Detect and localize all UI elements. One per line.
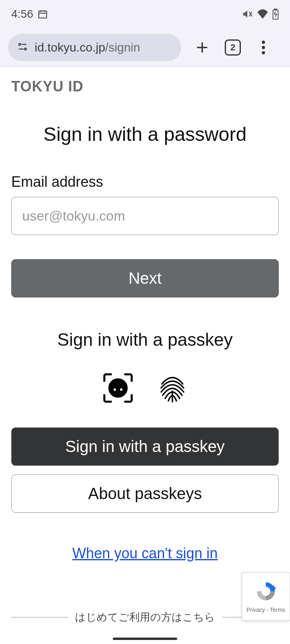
- signin-password-heading: Sign in with a password: [11, 123, 279, 145]
- status-right: [242, 8, 279, 20]
- recaptcha-links[interactable]: Privacy - Terms: [246, 607, 285, 613]
- recaptcha-badge[interactable]: Privacy - Terms: [242, 572, 290, 621]
- site-settings-icon[interactable]: [17, 41, 28, 54]
- svg-point-19: [120, 388, 122, 391]
- clock: 4:56: [11, 8, 33, 21]
- passkey-icons: [11, 372, 279, 404]
- battery-charging-icon: [272, 8, 279, 20]
- page-content: TOKYU ID Sign in with a password Email a…: [0, 66, 290, 644]
- svg-point-16: [262, 51, 265, 54]
- wifi-icon: [257, 9, 268, 19]
- svg-point-18: [114, 388, 116, 391]
- svg-rect-7: [274, 9, 276, 10]
- gesture-handle[interactable]: [113, 638, 177, 640]
- tab-count: 2: [225, 39, 241, 56]
- address-bar[interactable]: id.tokyu.co.jp/signin: [8, 34, 181, 61]
- about-passkeys-button[interactable]: About passkeys: [11, 475, 279, 513]
- status-bar: 4:56: [0, 0, 290, 28]
- svg-point-10: [25, 48, 27, 50]
- brand-logo: TOKYU ID: [0, 67, 290, 95]
- svg-point-8: [19, 43, 21, 45]
- email-label: Email address: [11, 173, 279, 190]
- signin-passkey-heading: Sign in with a passkey: [11, 330, 279, 350]
- overflow-menu-button[interactable]: [254, 38, 273, 57]
- signin-passkey-button[interactable]: Sign in with a passkey: [11, 427, 279, 466]
- browser-toolbar: id.tokyu.co.jp/signin 2: [0, 28, 290, 66]
- svg-rect-0: [39, 11, 47, 18]
- new-tab-button[interactable]: [193, 38, 212, 57]
- url-host: id.tokyu.co.jp: [35, 41, 105, 54]
- svg-point-15: [262, 46, 265, 49]
- cant-signin-link[interactable]: When you can't sign in: [11, 545, 279, 562]
- next-button[interactable]: Next: [11, 259, 279, 297]
- mute-icon: [242, 8, 253, 20]
- tabs-button[interactable]: 2: [223, 38, 242, 57]
- recaptcha-icon: [255, 580, 277, 604]
- first-time-divider: はじめてご利用の方はこちら: [11, 610, 279, 624]
- divider-line: [11, 617, 68, 617]
- svg-point-14: [262, 41, 265, 44]
- email-field[interactable]: [11, 197, 279, 235]
- face-id-icon: [102, 372, 134, 404]
- url-text: id.tokyu.co.jp/signin: [35, 41, 140, 54]
- svg-rect-6: [273, 10, 278, 19]
- status-left: 4:56: [11, 8, 48, 21]
- fingerprint-icon: [156, 372, 188, 404]
- first-time-text: はじめてご利用の方はこちら: [75, 610, 215, 624]
- url-path: /signin: [105, 41, 140, 54]
- calendar-icon: [37, 9, 48, 19]
